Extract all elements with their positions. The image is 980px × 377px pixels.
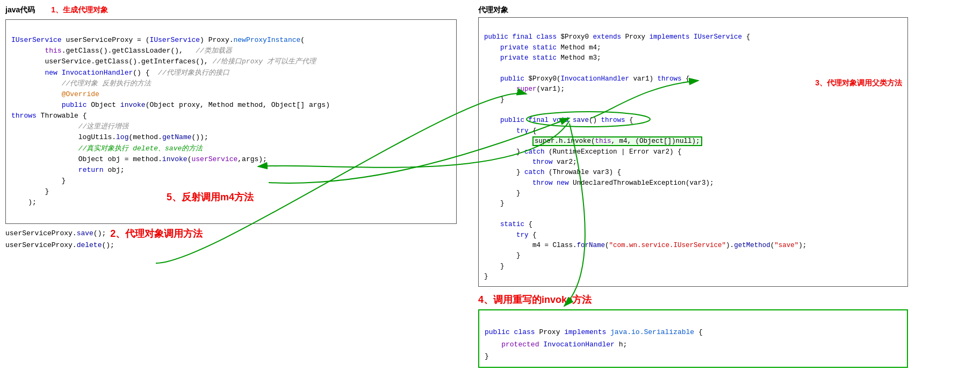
step2-line: userServiceProxy.save(); 2、代理对象调用方法: [5, 227, 467, 240]
annotation2: 2、代理对象调用方法: [110, 227, 203, 240]
annotation4-label: 4、调用重写的invoke方法: [478, 293, 919, 306]
annotation1: 1、生成代理对象: [51, 5, 108, 15]
right-header: 代理对象: [478, 5, 919, 15]
left-header: java代码 1、生成代理对象: [5, 5, 467, 17]
proxy-bottom-code-box: public class Proxy implements java.io.Se…: [478, 309, 908, 367]
right-panel: 代理对象 public final class $Proxy0 extends …: [478, 5, 919, 372]
proxy-object-label: 代理对象: [478, 5, 508, 14]
annotation3: 3、代理对象调用父类方法: [815, 78, 902, 87]
main-container: java代码 1、生成代理对象 IUserService userService…: [0, 0, 980, 377]
proxy-code-box: public final class $Proxy0 extends Proxy…: [478, 17, 908, 287]
left-panel: java代码 1、生成代理对象 IUserService userService…: [5, 5, 467, 372]
save-call: userServiceProxy.save();: [5, 229, 106, 237]
delete-call: userServiceProxy.delete();: [5, 241, 467, 249]
annotation5-label: 5、反射调用m4方法: [167, 191, 254, 204]
below-code: userServiceProxy.save(); 2、代理对象调用方法 user…: [5, 227, 467, 249]
java-code-label: java代码: [5, 5, 35, 15]
